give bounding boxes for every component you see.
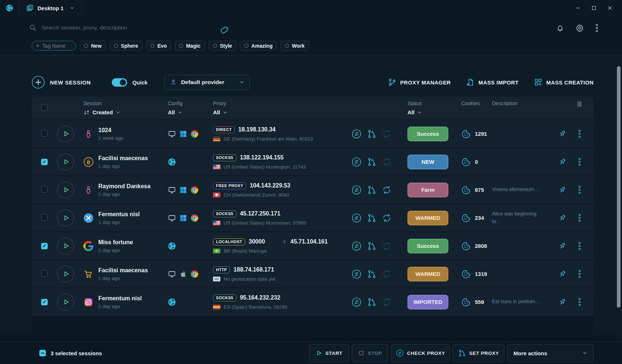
pin-icon[interactable] [558,186,567,194]
pin-icon[interactable] [558,214,567,222]
pin-icon[interactable] [558,242,567,250]
check-proxy-icon[interactable] [351,213,362,223]
refresh-icon[interactable] [382,269,391,279]
row-checkbox[interactable] [41,214,48,221]
start-session-button[interactable] [57,294,74,310]
row-checkbox[interactable] [41,270,48,277]
tag-pill[interactable]: Evo [146,41,171,51]
start-session-button[interactable] [57,238,74,254]
proxy-address: 188.74.168.171 [233,266,274,273]
tag-pill[interactable]: Amazing [240,41,277,51]
row-menu-icon[interactable] [578,297,581,307]
column-settings-icon[interactable] [576,100,583,108]
check-proxy-icon[interactable] [351,269,362,279]
desktop-icon [168,214,176,222]
add-tag-input[interactable]: + Tag Name [32,41,76,51]
set-proxy-icon[interactable] [367,269,377,279]
overflow-menu-icon[interactable] [595,23,599,33]
refresh-icon[interactable] [382,297,391,307]
check-proxy-icon[interactable] [351,185,362,195]
quick-toggle-switch[interactable] [112,78,127,87]
set-proxy-icon[interactable] [367,129,377,139]
search-input[interactable] [41,24,199,31]
refresh-icon[interactable] [382,241,391,251]
status-badge[interactable]: IMPORTED [408,295,448,309]
tag-pill[interactable]: Style [209,41,236,51]
stop-button[interactable]: STOP [352,344,388,362]
workspace-switcher[interactable]: Desktop 1 [19,0,81,16]
row-menu-icon[interactable] [578,269,581,279]
mass-creation-button[interactable]: MASS CREATION [534,78,594,87]
row-checkbox[interactable] [41,299,48,305]
check-proxy-icon[interactable] [351,241,362,251]
pin-icon[interactable] [558,158,567,166]
status-badge[interactable]: WARMED [408,267,448,281]
row-menu-icon[interactable] [578,185,581,195]
cookie-count: 0 [475,159,478,165]
row-checkbox[interactable] [41,159,48,165]
check-proxy-icon[interactable] [351,157,362,167]
row-menu-icon[interactable] [578,157,581,167]
start-session-button[interactable] [57,266,74,282]
start-session-button[interactable] [57,154,74,170]
notifications-bell-icon[interactable] [556,24,564,32]
pin-icon[interactable] [558,270,567,278]
status-badge[interactable]: Success [408,127,448,141]
refresh-icon[interactable] [382,129,391,139]
select-all-checkbox[interactable] [41,104,48,111]
filter-config[interactable]: All [168,109,213,115]
start-button[interactable]: START [309,344,349,362]
pin-icon[interactable] [558,298,567,306]
selected-count: 3 selected sessions [51,350,102,356]
filter-status[interactable]: All [408,109,451,115]
row-menu-icon[interactable] [578,241,581,251]
tag-pill[interactable]: New [80,41,106,51]
check-proxy-icon[interactable] [351,129,362,139]
minimize-button[interactable] [572,3,583,13]
pin-icon[interactable] [558,130,567,138]
set-proxy-icon[interactable] [367,157,377,167]
close-button[interactable] [605,3,615,13]
mass-creation-label: MASS CREATION [546,79,594,86]
tag-pill[interactable]: Sphere [110,41,142,51]
sessions-table: Session Created Config All Proxy All Sta… [32,96,594,334]
set-proxy-icon[interactable] [367,297,377,307]
refresh-icon[interactable] [382,185,391,195]
quick-toggle[interactable]: Quick [112,78,147,87]
check-proxy-button[interactable]: CHECK PROXY [391,344,450,362]
row-menu-icon[interactable] [578,129,581,139]
new-session-button[interactable]: NEW SESSION [32,76,91,89]
refresh-icon[interactable] [382,213,391,223]
more-actions-button[interactable]: More actions [507,344,594,362]
status-badge[interactable]: Farm [408,183,448,197]
start-session-button[interactable] [57,182,74,198]
filter-proxy[interactable]: All [213,109,351,115]
set-proxy-icon[interactable] [367,185,377,195]
settings-gear-icon[interactable] [575,24,584,32]
status-badge[interactable]: Success [408,239,448,253]
proxy-address: 95.164.232.232 [240,294,280,301]
proxy-manager-button[interactable]: PROXY MANAGER [388,78,451,87]
row-checkbox[interactable] [41,130,48,136]
status-badge[interactable]: WARMED [408,211,448,225]
row-menu-icon[interactable] [578,213,581,223]
start-session-button[interactable] [57,126,74,142]
check-proxy-label: CHECK PROXY [407,351,445,356]
scrollbar-thumb[interactable] [617,66,621,308]
refresh-icon[interactable] [382,157,391,167]
tag-pill[interactable]: Magic [175,41,205,51]
set-proxy-button[interactable]: SET PROXY [453,344,504,362]
sort-created[interactable]: Created [83,109,168,115]
status-badge[interactable]: NEW [408,155,448,169]
row-checkbox[interactable] [41,186,48,193]
selection-checkbox[interactable] [39,350,46,356]
row-checkbox[interactable] [41,243,48,249]
check-proxy-icon[interactable] [351,297,362,307]
tag-pill[interactable]: Work [280,41,309,51]
mass-import-button[interactable]: MASS IMPORT [466,78,519,87]
set-proxy-icon[interactable] [367,213,377,223]
provider-select[interactable]: Default provider [164,75,250,90]
maximize-button[interactable] [588,3,599,13]
start-session-button[interactable] [57,210,74,226]
set-proxy-icon[interactable] [367,241,377,251]
